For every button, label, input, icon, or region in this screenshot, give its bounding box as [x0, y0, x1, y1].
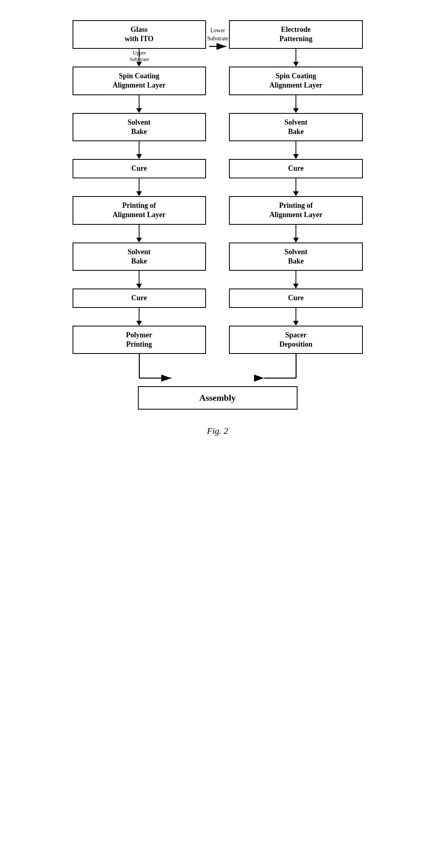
arrow-down-1-left: UpperSubstrate	[136, 49, 142, 67]
cure-left-1-box: Cure	[73, 159, 206, 178]
polymer-printing-label: PolymerPrinting	[126, 331, 152, 348]
glass-ito-box: Glasswith ITO	[73, 20, 206, 49]
cure-left-2-label: Cure	[131, 294, 147, 302]
spacer-deposition-label: SpacerDeposition	[279, 331, 312, 348]
two-columns: Glasswith ITO UpperSubstrate Spin Coatin…	[73, 20, 363, 354]
solvent-bake-right-1-box: SolventBake	[229, 113, 362, 142]
cure-left-2-box: Cure	[73, 289, 206, 307]
solvent-bake-left-2-label: SolventBake	[128, 248, 151, 265]
arrow-down-6-right	[293, 271, 299, 289]
printing-alignment-left-label: Printing ofAlignment Layer	[112, 201, 165, 219]
printing-alignment-left-box: Printing ofAlignment Layer	[73, 196, 206, 225]
cure-right-1-label: Cure	[288, 164, 304, 172]
arrow-down-4-right	[293, 178, 299, 196]
solvent-bake-right-2-label: SolventBake	[284, 248, 307, 265]
assembly-label: Assembly	[199, 393, 235, 403]
fig-caption-text: Fig. 2	[207, 426, 228, 436]
solvent-bake-right-1-label: SolventBake	[284, 118, 307, 136]
arrow-down-7-left	[136, 308, 142, 326]
cure-right-1-box: Cure	[229, 159, 362, 178]
fig-caption: Fig. 2	[207, 426, 228, 436]
spin-coating-right-label: Spin CoatingAlignment Layer	[269, 72, 322, 89]
polymer-printing-box: PolymerPrinting	[73, 326, 206, 354]
cure-right-2-label: Cure	[288, 294, 304, 302]
spin-coating-right-box: Spin CoatingAlignment Layer	[229, 67, 362, 95]
electrode-patterning-box: ElectrodePatterning	[229, 20, 362, 49]
solvent-bake-left-1-label: SolventBake	[128, 118, 151, 136]
spacer-deposition-box: SpacerDeposition	[229, 326, 362, 354]
glass-ito-label: Glasswith ITO	[125, 25, 153, 43]
arrow-down-5-left	[136, 225, 142, 243]
page: Lower Substrate Glasswith ITO UpperSubst…	[65, 8, 371, 460]
solvent-bake-left-2-box: SolventBake	[73, 243, 206, 271]
assembly-box: Assembly	[138, 386, 298, 410]
spin-coating-left-label: Spin CoatingAlignment Layer	[112, 72, 165, 89]
right-column: ElectrodePatterning Spin CoatingAlignmen…	[229, 20, 362, 354]
arrow-down-4-left	[136, 178, 142, 196]
printing-alignment-right-box: Printing ofAlignment Layer	[229, 196, 362, 225]
arrow-down-6-left	[136, 271, 142, 289]
spin-coating-left-box: Spin CoatingAlignment Layer	[73, 67, 206, 95]
printing-alignment-right-label: Printing ofAlignment Layer	[269, 201, 322, 219]
arrow-down-2-left	[136, 95, 142, 113]
arrow-down-5-right	[293, 225, 299, 243]
assembly-arrows-container: Assembly	[73, 354, 363, 410]
cure-left-1-label: Cure	[131, 164, 147, 172]
cure-right-2-box: Cure	[229, 289, 362, 307]
upper-substrate-label: UpperSubstrate	[130, 50, 149, 63]
electrode-patterning-label: ElectrodePatterning	[279, 25, 312, 43]
assembly-arrows-svg	[73, 354, 363, 386]
arrow-down-3-right	[293, 141, 299, 159]
arrow-down-2-right	[293, 95, 299, 113]
arrow-down-3-left	[136, 141, 142, 159]
arrow-down-7-right	[293, 308, 299, 326]
solvent-bake-left-1-box: SolventBake	[73, 113, 206, 142]
solvent-bake-right-2-box: SolventBake	[229, 243, 362, 271]
diagram: Lower Substrate Glasswith ITO UpperSubst…	[73, 20, 363, 436]
arrow-down-1-right	[293, 49, 299, 67]
left-column: Glasswith ITO UpperSubstrate Spin Coatin…	[73, 20, 206, 354]
